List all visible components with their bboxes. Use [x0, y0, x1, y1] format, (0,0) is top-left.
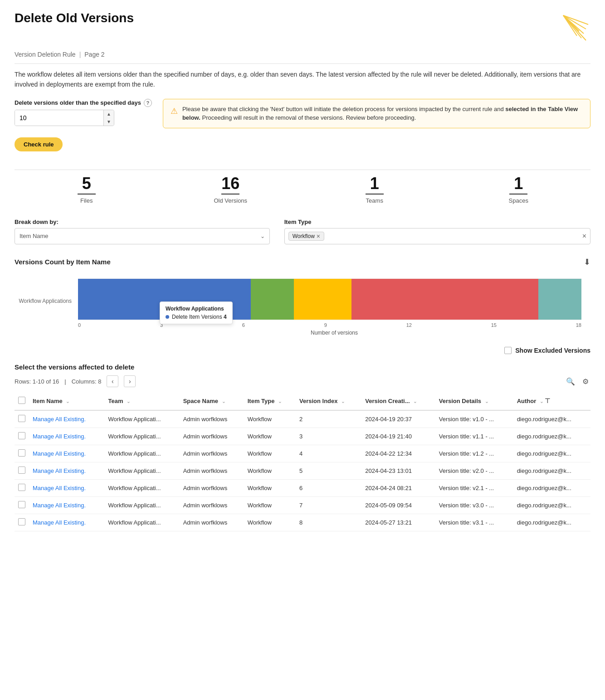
- th-version-created[interactable]: Version Creati... ⌄: [361, 392, 435, 410]
- days-label: Delete versions older than the specified…: [15, 99, 152, 107]
- row-item-name-link-3[interactable]: Manage All Existing.: [33, 467, 86, 474]
- breakdown-label: Break down by:: [15, 219, 270, 225]
- next-page-btn[interactable]: ›: [124, 375, 136, 387]
- row-version-created-2: 2024-04-22 12:34: [361, 445, 435, 462]
- days-input-wrap[interactable]: ▲ ▼: [15, 110, 114, 126]
- chart-header: Versions Count by Item Name ⬇: [15, 257, 590, 267]
- show-excluded-checkbox[interactable]: [504, 347, 512, 354]
- item-type-clear-icon[interactable]: ×: [582, 232, 586, 240]
- row-version-details-0: Version title: v1.0 - ...: [435, 410, 513, 428]
- row-item-name-link-5[interactable]: Manage All Existing.: [33, 502, 86, 509]
- th-version-index[interactable]: Version Index ⌄: [296, 392, 361, 410]
- stat-teams-value: 1: [366, 175, 384, 194]
- row-item-name-link-4[interactable]: Manage All Existing.: [33, 485, 86, 491]
- row-author-3: diego.rodriguez@k...: [513, 462, 590, 479]
- download-icon[interactable]: ⬇: [584, 257, 590, 267]
- spin-up-btn[interactable]: ▲: [104, 110, 114, 118]
- th-space-name[interactable]: Space Name ⌄: [180, 392, 244, 410]
- breakdown-row: Break down by: Item Name ⌄ Item Type Wor…: [15, 219, 590, 244]
- table-meta-right: 🔍 ⚙: [564, 375, 590, 388]
- row-checkbox-box-6[interactable]: [18, 518, 25, 525]
- columns-settings-btn[interactable]: ⚙: [581, 375, 590, 388]
- row-author-2: diego.rodriguez@k...: [513, 445, 590, 462]
- filter-icon[interactable]: ⊤: [545, 397, 550, 404]
- sort-item-type-icon: ⌄: [278, 399, 282, 404]
- th-team[interactable]: Team ⌄: [104, 392, 179, 410]
- th-author[interactable]: Author ⌄ ⊤: [513, 392, 590, 410]
- chart-title: Versions Count by Item Name: [15, 258, 111, 266]
- row-team-5: Workflow Applicati...: [104, 496, 179, 514]
- row-item-name-link-6[interactable]: Manage All Existing.: [33, 519, 86, 526]
- title-area: Delete Old Versions: [15, 11, 134, 25]
- row-author-0: diego.rodriguez@k...: [513, 410, 590, 428]
- days-input[interactable]: [15, 110, 103, 126]
- breadcrumb-part1: Version Deletion Rule: [15, 51, 76, 58]
- check-rule-button[interactable]: Check rule: [15, 137, 63, 151]
- row-checkbox-3[interactable]: [15, 462, 29, 479]
- row-version-details-6: Version title: v3.1 - ...: [435, 514, 513, 531]
- table-row: Manage All Existing. Workflow Applicati.…: [15, 462, 590, 479]
- table-section: Select the versions affected to delete R…: [15, 363, 590, 531]
- th-select-all[interactable]: [15, 392, 29, 410]
- row-version-created-0: 2024-04-19 20:37: [361, 410, 435, 428]
- page-description: The workflow deletes all item versions o…: [15, 69, 590, 90]
- tooltip-item-text: Delete Item Versions 4: [172, 314, 227, 320]
- row-item-name-link-1[interactable]: Manage All Existing.: [33, 433, 86, 440]
- row-version-index-0: 2: [296, 410, 361, 428]
- breakdown-arrow-icon: ⌄: [260, 233, 265, 239]
- row-checkbox-box-4[interactable]: [18, 484, 25, 491]
- workflow-tag-close-icon[interactable]: ×: [317, 233, 320, 239]
- breakdown-select[interactable]: Item Name ⌄: [15, 228, 270, 244]
- th-version-details[interactable]: Version Details ⌄: [435, 392, 513, 410]
- row-checkbox-box-1[interactable]: [18, 432, 25, 439]
- select-all-checkbox[interactable]: [18, 397, 25, 404]
- th-item-name[interactable]: Item Name ⌄: [29, 392, 104, 410]
- row-team-4: Workflow Applicati...: [104, 479, 179, 496]
- alert-text: Please be aware that clicking the 'Next'…: [182, 105, 583, 122]
- breadcrumb-separator: |: [79, 51, 81, 58]
- prev-page-btn[interactable]: ‹: [107, 375, 118, 387]
- row-checkbox-1[interactable]: [15, 428, 29, 445]
- row-checkbox-box-3[interactable]: [18, 467, 25, 474]
- table-row: Manage All Existing. Workflow Applicati.…: [15, 479, 590, 496]
- chart-tooltip: Workflow Applications Delete Item Versio…: [160, 301, 233, 324]
- stat-teams: 1 Teams: [302, 175, 447, 204]
- row-checkbox-2[interactable]: [15, 445, 29, 462]
- show-excluded-row: Show Excluded Versions: [15, 347, 590, 354]
- row-checkbox-box-2[interactable]: [18, 449, 25, 457]
- row-checkbox-box-5[interactable]: [18, 501, 25, 508]
- row-version-index-5: 7: [296, 496, 361, 514]
- row-checkbox-5[interactable]: [15, 496, 29, 514]
- spin-down-btn[interactable]: ▼: [104, 118, 114, 126]
- sort-author-icon: ⌄: [540, 399, 543, 404]
- search-btn[interactable]: 🔍: [564, 375, 577, 388]
- divider-1: [15, 170, 590, 170]
- row-item-name-link-0[interactable]: Manage All Existing.: [33, 416, 86, 423]
- row-version-index-4: 6: [296, 479, 361, 496]
- stat-files-label: Files: [15, 197, 159, 204]
- row-checkbox-box-0[interactable]: [18, 415, 25, 422]
- th-item-type[interactable]: Item Type ⌄: [244, 392, 296, 410]
- sort-item-name-icon: ⌄: [66, 399, 69, 404]
- help-icon[interactable]: ?: [144, 99, 152, 107]
- row-item-name-link-2[interactable]: Manage All Existing.: [33, 450, 86, 457]
- row-team-6: Workflow Applicati...: [104, 514, 179, 531]
- tooltip-title: Workflow Applications: [166, 306, 227, 312]
- table-row: Manage All Existing. Workflow Applicati.…: [15, 496, 590, 514]
- row-item-type-1: Workflow: [244, 428, 296, 445]
- table-body: Manage All Existing. Workflow Applicati.…: [15, 410, 590, 531]
- columns-divider: |: [64, 378, 66, 385]
- row-item-name-1: Manage All Existing.: [29, 428, 104, 445]
- workflow-tag[interactable]: Workflow ×: [288, 232, 324, 241]
- row-checkbox-6[interactable]: [15, 514, 29, 531]
- row-author-1: diego.rodriguez@k...: [513, 428, 590, 445]
- row-checkbox-0[interactable]: [15, 410, 29, 428]
- bar-segment-2: [251, 279, 294, 320]
- row-item-type-6: Workflow: [244, 514, 296, 531]
- row-team-2: Workflow Applicati...: [104, 445, 179, 462]
- table-meta: Rows: 1-10 of 16 | Columns: 8 ‹ › 🔍 ⚙: [15, 375, 590, 388]
- row-space-name-1: Admin worfklows: [180, 428, 244, 445]
- row-team-0: Workflow Applicati...: [104, 410, 179, 428]
- row-checkbox-4[interactable]: [15, 479, 29, 496]
- sort-space-name-icon: ⌄: [222, 399, 225, 404]
